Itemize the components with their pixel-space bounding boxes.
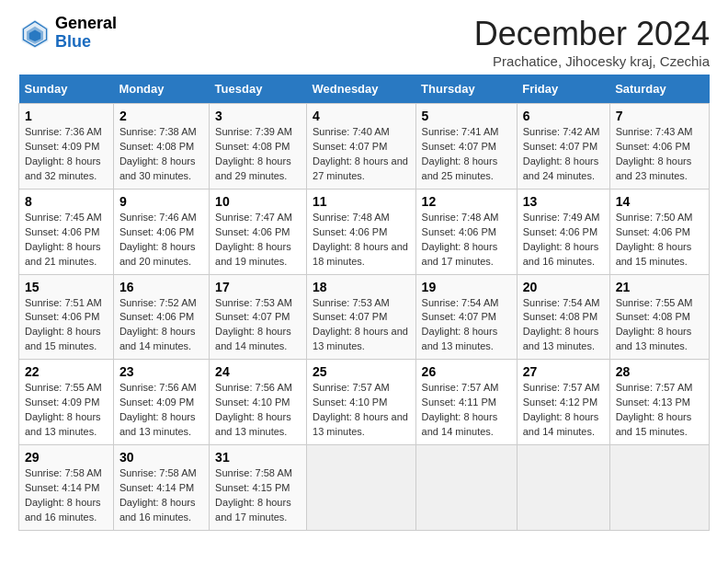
day-detail: Sunrise: 7:49 AM Sunset: 4:06 PM Dayligh… xyxy=(523,211,604,270)
day-detail: Sunrise: 7:53 AM Sunset: 4:07 PM Dayligh… xyxy=(215,296,301,355)
calendar-cell: 15 Sunrise: 7:51 AM Sunset: 4:06 PM Dayl… xyxy=(19,274,114,360)
day-number: 30 xyxy=(119,450,203,465)
sunrise-text: Sunrise: 7:49 AM xyxy=(523,212,600,223)
sunset-text: Sunset: 4:07 PM xyxy=(215,311,290,322)
daylight-text: Daylight: 8 hours and 16 minutes. xyxy=(119,497,196,523)
sunrise-text: Sunrise: 7:53 AM xyxy=(215,297,292,308)
day-number: 28 xyxy=(616,364,703,379)
sunset-text: Sunset: 4:06 PM xyxy=(25,226,99,237)
day-detail: Sunrise: 7:55 AM Sunset: 4:08 PM Dayligh… xyxy=(616,296,703,355)
daylight-text: Daylight: 8 hours and 20 minutes. xyxy=(119,241,196,267)
sunrise-text: Sunrise: 7:42 AM xyxy=(523,126,600,137)
calendar-week-row: 8 Sunrise: 7:45 AM Sunset: 4:06 PM Dayli… xyxy=(19,189,710,274)
day-detail: Sunrise: 7:55 AM Sunset: 4:09 PM Dayligh… xyxy=(25,381,108,440)
calendar-cell: 2 Sunrise: 7:38 AM Sunset: 4:08 PM Dayli… xyxy=(113,104,209,190)
calendar-cell: 27 Sunrise: 7:57 AM Sunset: 4:12 PM Dayl… xyxy=(517,360,609,445)
sunrise-text: Sunrise: 7:39 AM xyxy=(215,126,292,137)
calendar-cell: 5 Sunrise: 7:41 AM Sunset: 4:07 PM Dayli… xyxy=(415,104,517,190)
day-detail: Sunrise: 7:43 AM Sunset: 4:06 PM Dayligh… xyxy=(616,125,703,184)
day-detail: Sunrise: 7:57 AM Sunset: 4:13 PM Dayligh… xyxy=(616,381,703,440)
calendar-week-row: 29 Sunrise: 7:58 AM Sunset: 4:14 PM Dayl… xyxy=(19,445,710,531)
sunset-text: Sunset: 4:06 PM xyxy=(119,311,194,322)
day-number: 5 xyxy=(422,109,511,123)
sunrise-text: Sunrise: 7:56 AM xyxy=(215,382,292,393)
day-detail: Sunrise: 7:57 AM Sunset: 4:10 PM Dayligh… xyxy=(313,381,410,440)
calendar-cell: 31 Sunrise: 7:58 AM Sunset: 4:15 PM Dayl… xyxy=(210,445,307,531)
sunset-text: Sunset: 4:09 PM xyxy=(119,396,194,408)
location-subtitle: Prachatice, Jihocesky kraj, Czechia xyxy=(474,53,710,69)
calendar-cell: 25 Sunrise: 7:57 AM Sunset: 4:10 PM Dayl… xyxy=(307,360,416,445)
sunrise-text: Sunrise: 7:46 AM xyxy=(119,212,197,223)
day-detail: Sunrise: 7:57 AM Sunset: 4:11 PM Dayligh… xyxy=(422,381,511,440)
calendar-cell: 14 Sunrise: 7:50 AM Sunset: 4:06 PM Dayl… xyxy=(609,189,709,274)
header-saturday: Saturday xyxy=(609,75,709,104)
daylight-text: Daylight: 8 hours and 13 minutes. xyxy=(119,411,196,437)
calendar-cell: 23 Sunrise: 7:56 AM Sunset: 4:09 PM Dayl… xyxy=(113,360,209,445)
sunrise-text: Sunrise: 7:51 AM xyxy=(25,297,102,308)
day-number: 11 xyxy=(313,194,410,209)
sunset-text: Sunset: 4:13 PM xyxy=(616,396,690,408)
sunset-text: Sunset: 4:08 PM xyxy=(523,311,597,322)
day-detail: Sunrise: 7:47 AM Sunset: 4:06 PM Dayligh… xyxy=(215,211,301,270)
daylight-text: Daylight: 8 hours and 13 minutes. xyxy=(313,411,408,437)
calendar-cell: 19 Sunrise: 7:54 AM Sunset: 4:07 PM Dayl… xyxy=(415,274,517,360)
daylight-text: Daylight: 8 hours and 16 minutes. xyxy=(25,497,101,523)
daylight-text: Daylight: 8 hours and 14 minutes. xyxy=(215,326,291,351)
sunset-text: Sunset: 4:14 PM xyxy=(25,482,99,493)
sunrise-text: Sunrise: 7:41 AM xyxy=(422,126,499,137)
sunset-text: Sunset: 4:10 PM xyxy=(215,396,290,408)
sunrise-text: Sunrise: 7:36 AM xyxy=(25,126,102,137)
daylight-text: Daylight: 8 hours and 25 minutes. xyxy=(422,155,498,181)
sunrise-text: Sunrise: 7:40 AM xyxy=(313,126,390,137)
daylight-text: Daylight: 8 hours and 19 minutes. xyxy=(215,241,291,267)
daylight-text: Daylight: 8 hours and 23 minutes. xyxy=(616,155,692,181)
sunrise-text: Sunrise: 7:50 AM xyxy=(616,212,693,223)
day-detail: Sunrise: 7:50 AM Sunset: 4:06 PM Dayligh… xyxy=(616,211,703,270)
header-wednesday: Wednesday xyxy=(307,75,416,104)
sunset-text: Sunset: 4:07 PM xyxy=(523,141,597,152)
day-number: 27 xyxy=(523,364,604,379)
sunrise-text: Sunrise: 7:53 AM xyxy=(313,297,390,308)
calendar-cell: 1 Sunrise: 7:36 AM Sunset: 4:09 PM Dayli… xyxy=(19,104,114,190)
daylight-text: Daylight: 8 hours and 18 minutes. xyxy=(313,241,408,267)
daylight-text: Daylight: 8 hours and 14 minutes. xyxy=(119,326,196,351)
daylight-text: Daylight: 8 hours and 15 minutes. xyxy=(616,241,692,267)
daylight-text: Daylight: 8 hours and 13 minutes. xyxy=(616,326,692,351)
daylight-text: Daylight: 8 hours and 13 minutes. xyxy=(422,326,498,351)
day-detail: Sunrise: 7:53 AM Sunset: 4:07 PM Dayligh… xyxy=(313,296,410,355)
day-number: 6 xyxy=(523,109,604,123)
day-number: 17 xyxy=(215,280,301,294)
day-detail: Sunrise: 7:54 AM Sunset: 4:07 PM Dayligh… xyxy=(422,296,511,355)
daylight-text: Daylight: 8 hours and 27 minutes. xyxy=(313,155,408,181)
calendar-cell xyxy=(517,445,609,531)
logo-icon xyxy=(18,17,51,50)
sunrise-text: Sunrise: 7:52 AM xyxy=(119,297,197,308)
sunrise-text: Sunrise: 7:48 AM xyxy=(422,212,499,223)
sunrise-text: Sunrise: 7:55 AM xyxy=(616,297,693,308)
day-detail: Sunrise: 7:57 AM Sunset: 4:12 PM Dayligh… xyxy=(523,381,604,440)
day-detail: Sunrise: 7:54 AM Sunset: 4:08 PM Dayligh… xyxy=(523,296,604,355)
day-number: 18 xyxy=(313,280,410,294)
logo: General Blue xyxy=(18,15,117,52)
day-detail: Sunrise: 7:51 AM Sunset: 4:06 PM Dayligh… xyxy=(25,296,108,355)
sunset-text: Sunset: 4:15 PM xyxy=(215,482,290,493)
calendar-cell: 12 Sunrise: 7:48 AM Sunset: 4:06 PM Dayl… xyxy=(415,189,517,274)
day-number: 22 xyxy=(25,364,108,379)
sunset-text: Sunset: 4:07 PM xyxy=(313,311,387,322)
day-number: 24 xyxy=(215,364,301,379)
sunset-text: Sunset: 4:10 PM xyxy=(313,396,387,408)
sunrise-text: Sunrise: 7:47 AM xyxy=(215,212,292,223)
sunset-text: Sunset: 4:11 PM xyxy=(422,396,496,408)
day-detail: Sunrise: 7:38 AM Sunset: 4:08 PM Dayligh… xyxy=(119,125,203,184)
sunrise-text: Sunrise: 7:57 AM xyxy=(313,382,390,393)
day-number: 21 xyxy=(616,280,703,294)
sunset-text: Sunset: 4:09 PM xyxy=(25,141,99,152)
sunset-text: Sunset: 4:07 PM xyxy=(313,141,387,152)
daylight-text: Daylight: 8 hours and 13 minutes. xyxy=(523,326,599,351)
calendar-cell: 11 Sunrise: 7:48 AM Sunset: 4:06 PM Dayl… xyxy=(307,189,416,274)
day-detail: Sunrise: 7:58 AM Sunset: 4:15 PM Dayligh… xyxy=(215,466,301,525)
sunset-text: Sunset: 4:06 PM xyxy=(119,226,194,237)
calendar-week-row: 22 Sunrise: 7:55 AM Sunset: 4:09 PM Dayl… xyxy=(19,360,710,445)
daylight-text: Daylight: 8 hours and 16 minutes. xyxy=(523,241,599,267)
day-number: 26 xyxy=(422,364,511,379)
